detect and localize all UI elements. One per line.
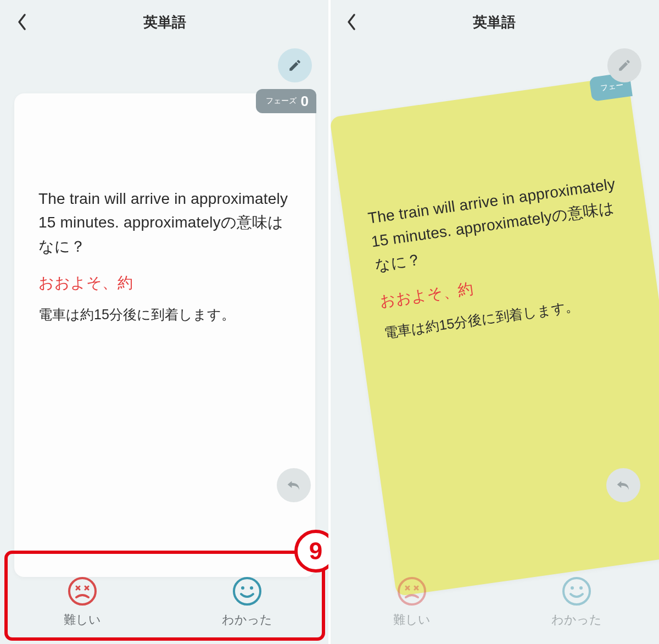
- gotit-button[interactable]: わかった: [165, 560, 330, 644]
- undo-icon: [615, 478, 632, 493]
- hard-button[interactable]: 難しい: [330, 560, 494, 644]
- svg-point-6: [241, 586, 244, 590]
- header: 英単語: [330, 0, 659, 44]
- phase-badge: フェーズ 0: [256, 89, 316, 113]
- gotit-label: わかった: [222, 612, 272, 628]
- hard-label: 難しい: [64, 612, 101, 628]
- page-title: 英単語: [143, 13, 186, 32]
- undo-icon: [286, 478, 302, 493]
- happy-face-icon: [562, 576, 591, 606]
- svg-point-14: [571, 586, 574, 590]
- back-button[interactable]: [12, 12, 32, 32]
- screen-left: 英単語 フェーズ 0 The train will arrive in appr…: [0, 0, 330, 644]
- phase-label: フェー: [600, 80, 624, 93]
- svg-point-5: [234, 578, 260, 604]
- hard-button[interactable]: 難しい: [0, 560, 165, 644]
- edit-button[interactable]: [278, 48, 312, 82]
- svg-point-13: [563, 578, 590, 604]
- sad-face-icon: [68, 576, 97, 606]
- phase-label: フェーズ: [266, 96, 297, 106]
- edit-button[interactable]: [607, 48, 641, 82]
- gotit-label: わかった: [551, 612, 602, 628]
- bottom-action-bar: 難しい わかった: [330, 560, 659, 644]
- svg-point-7: [250, 586, 253, 590]
- hard-label: 難しい: [393, 612, 431, 628]
- pencil-icon: [288, 58, 302, 73]
- page-title: 英単語: [473, 13, 516, 32]
- card-answer: おおよそ、約: [38, 273, 291, 293]
- card-question: The train will arrive in approximately 1…: [366, 171, 627, 277]
- flashcard-swiping[interactable]: フェー The train will arrive in approximate…: [330, 76, 659, 597]
- gotit-button[interactable]: わかった: [494, 560, 659, 644]
- svg-point-8: [399, 578, 425, 604]
- svg-point-0: [69, 578, 96, 604]
- undo-button[interactable]: [277, 468, 311, 502]
- screen-right: 英単語 フェー The train will arrive in approxi…: [330, 0, 659, 644]
- happy-face-icon: [232, 576, 262, 606]
- sad-face-icon: [397, 576, 427, 606]
- flashcard[interactable]: フェーズ 0 The train will arrive in approxim…: [14, 93, 315, 577]
- chevron-left-icon: [346, 13, 357, 31]
- screen-divider: [328, 0, 331, 644]
- undo-button[interactable]: [606, 468, 640, 502]
- chevron-left-icon: [16, 13, 27, 31]
- header: 英単語: [0, 0, 330, 44]
- card-translation: 電車は約15分後に到着します。: [38, 306, 291, 324]
- back-button[interactable]: [342, 12, 361, 32]
- pencil-icon: [617, 58, 632, 73]
- card-question: The train will arrive in approximately 1…: [38, 187, 291, 258]
- svg-point-15: [579, 586, 583, 590]
- phase-value: 0: [301, 93, 309, 110]
- bottom-action-bar: 難しい わかった: [0, 560, 330, 644]
